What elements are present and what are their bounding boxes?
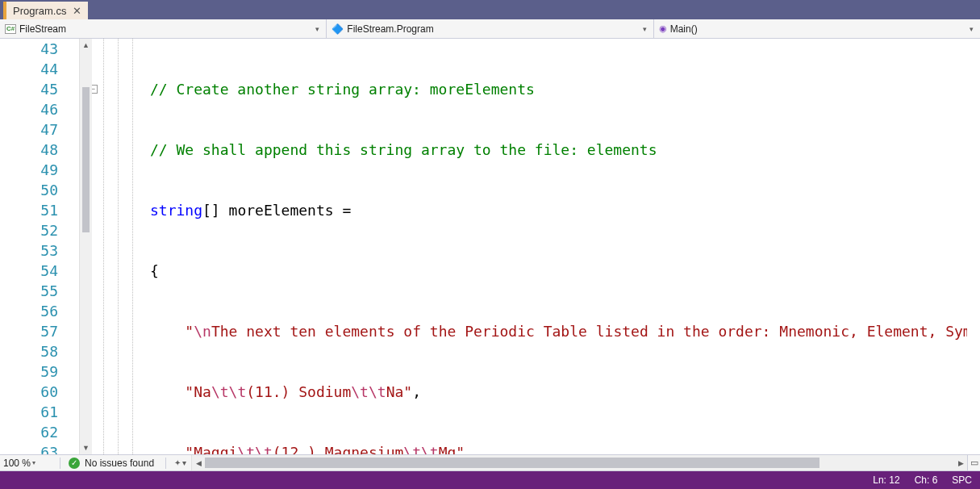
chevron-down-icon: ▾ [32, 459, 35, 466]
line-number: 53 [0, 240, 69, 261]
line-number: 63 [0, 442, 69, 455]
method-icon: ◉ [659, 23, 667, 34]
scroll-track[interactable] [205, 455, 954, 470]
class-dropdown[interactable]: 🔷 FileStream.Program ▾ [327, 19, 653, 38]
vertical-scrollbar[interactable]: ▲ ▼ [79, 39, 92, 454]
line-number: 61 [0, 402, 69, 422]
method-dropdown[interactable]: ◉ Main() ▾ [654, 19, 980, 38]
navigation-bar: C# FileStream ▾ 🔷 FileStream.Program ▾ ◉… [0, 19, 980, 39]
line-number: 45 [0, 79, 69, 99]
scroll-down-icon[interactable]: ▼ [80, 441, 92, 454]
line-number: 56 [0, 301, 69, 321]
zoom-value: 100 % [3, 458, 31, 469]
line-number: 57 [0, 321, 69, 341]
line-number: 62 [0, 422, 69, 442]
line-number: 54 [0, 261, 69, 281]
line-number: 44 [0, 59, 69, 79]
separator [60, 458, 60, 469]
class-name: FileStream.Program [347, 23, 433, 35]
status-line[interactable]: Ln: 12 [873, 474, 899, 486]
error-nav[interactable]: ✦ ▾ [169, 455, 191, 470]
line-number: 48 [0, 140, 69, 160]
chevron-down-icon: ▾ [182, 458, 186, 467]
zoom-dropdown[interactable]: 100 % ▾ [0, 455, 56, 470]
brush-icon: ✦ [174, 458, 181, 467]
code-escape: \n [194, 323, 211, 340]
ok-check-icon: ✓ [69, 458, 80, 469]
scroll-thumb[interactable] [82, 87, 90, 232]
issues-text: No issues found [85, 458, 154, 469]
code-editor[interactable]: 4344454647484950515253545556575859606162… [0, 39, 980, 455]
code-text: { [150, 262, 159, 279]
class-icon: 🔷 [332, 23, 344, 35]
scroll-up-icon[interactable]: ▲ [80, 39, 92, 52]
line-number: 50 [0, 180, 69, 200]
document-tab[interactable]: Program.cs ✕ [6, 2, 88, 19]
status-char[interactable]: Ch: 6 [915, 474, 938, 486]
line-number: 55 [0, 281, 69, 301]
code-text: [] moreElements = [202, 202, 351, 219]
code-string: " [185, 323, 194, 340]
project-name: FileStream [19, 23, 66, 35]
line-number: 51 [0, 200, 69, 220]
csharp-icon: C# [5, 24, 16, 34]
tab-title: Program.cs [13, 5, 66, 17]
status-bar: Ln: 12 Ch: 6 SPC [0, 471, 980, 489]
line-number: 60 [0, 382, 69, 402]
scroll-left-icon[interactable]: ◀ [192, 459, 205, 467]
line-number: 52 [0, 220, 69, 240]
code-keyword: string [150, 202, 202, 219]
editor-footer: 100 % ▾ ✓ No issues found ✦ ▾ ◀ ▶ ▭ [0, 455, 980, 471]
tab-close-icon[interactable]: ✕ [71, 5, 83, 17]
line-number: 46 [0, 99, 69, 119]
horizontal-scrollbar[interactable]: ◀ ▶ [191, 455, 967, 470]
scroll-thumb[interactable] [205, 458, 819, 468]
split-view-button[interactable]: ▭ [967, 455, 980, 470]
chevron-down-icon: ▾ [640, 25, 650, 33]
line-number: 59 [0, 362, 69, 382]
method-name: Main() [670, 23, 698, 35]
line-number: 49 [0, 160, 69, 180]
chevron-down-icon: ▾ [312, 25, 323, 33]
project-dropdown[interactable]: C# FileStream ▾ [0, 19, 327, 38]
separator [165, 458, 166, 469]
code-area[interactable]: // Create another string array: moreElem… [87, 39, 967, 454]
line-number: 58 [0, 341, 69, 362]
code-comment: // Create another string array: moreElem… [150, 81, 535, 98]
issues-indicator[interactable]: ✓ No issues found [64, 455, 162, 470]
line-number: 47 [0, 119, 69, 140]
line-number-gutter: 4344454647484950515253545556575859606162… [0, 39, 79, 454]
chevron-down-icon: ▾ [966, 25, 977, 33]
code-comment: // We shall append this string array to … [150, 141, 657, 158]
code-string: The next ten elements of the Periodic Ta… [211, 323, 967, 340]
scroll-right-icon[interactable]: ▶ [954, 459, 967, 467]
status-mode[interactable]: SPC [952, 474, 972, 486]
tab-bar: Program.cs ✕ [0, 0, 980, 19]
line-number: 43 [0, 39, 69, 59]
